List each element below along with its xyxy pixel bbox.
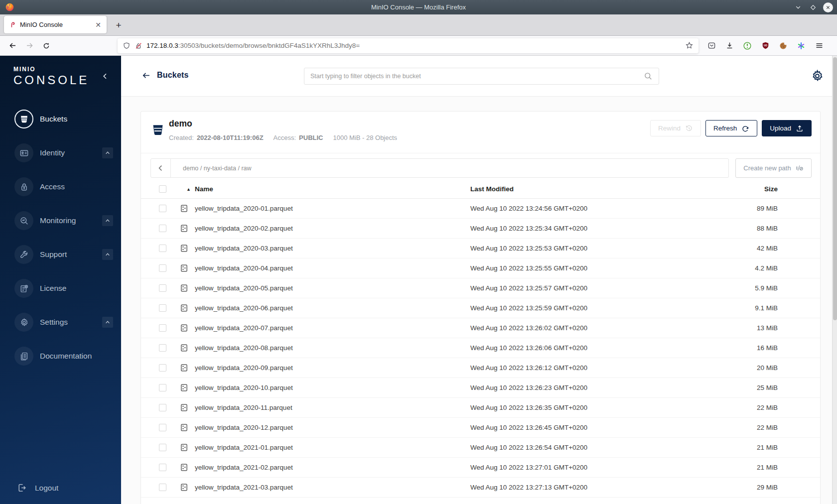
cookie-extension-icon[interactable] (776, 39, 790, 53)
url-bar[interactable]: 172.18.0.3:30503/buckets/demo/browse/bnk… (118, 38, 698, 53)
table-row[interactable]: yellow_tripdata_2020-10.parquetWed Aug 1… (141, 378, 820, 398)
object-name[interactable]: yellow_tripdata_2020-11.parquet (195, 404, 470, 411)
column-last-modified[interactable]: Last Modified (470, 185, 708, 193)
row-checkbox[interactable] (159, 384, 166, 391)
row-checkbox[interactable] (159, 205, 166, 212)
object-name[interactable]: yellow_tripdata_2020-02.parquet (195, 225, 470, 232)
row-checkbox[interactable] (159, 364, 166, 372)
logout-label: Logout (35, 484, 58, 493)
insecure-lock-icon[interactable] (135, 42, 142, 50)
column-name[interactable]: Name (195, 185, 470, 193)
row-checkbox[interactable] (159, 484, 166, 491)
refresh-button[interactable]: Refresh (705, 120, 757, 136)
back-icon[interactable] (4, 38, 21, 53)
select-all-checkbox[interactable] (159, 185, 166, 193)
menu-hamburger-icon[interactable] (812, 39, 826, 53)
extension-asterisk-icon[interactable] (794, 39, 808, 53)
close-icon[interactable] (823, 2, 833, 12)
table-row[interactable]: yellow_tripdata_2020-03.parquetWed Aug 1… (141, 239, 820, 258)
chevron-up-icon[interactable] (102, 249, 113, 260)
object-name[interactable]: yellow_tripdata_2020-09.parquet (195, 364, 470, 372)
upload-button[interactable]: Upload (762, 120, 812, 136)
table-row[interactable]: yellow_tripdata_2020-04.parquetWed Aug 1… (141, 258, 820, 278)
object-name[interactable]: yellow_tripdata_2021-03.parquet (195, 484, 470, 491)
table-row[interactable]: yellow_tripdata_2020-07.parquetWed Aug 1… (141, 318, 820, 338)
table-row[interactable]: yellow_tripdata_2020-05.parquetWed Aug 1… (141, 278, 820, 298)
row-checkbox[interactable] (159, 404, 166, 411)
table-row[interactable]: yellow_tripdata_2020-02.parquetWed Aug 1… (141, 219, 820, 239)
object-name[interactable]: yellow_tripdata_2020-06.parquet (195, 304, 470, 312)
maximize-icon[interactable] (808, 2, 818, 12)
back-to-buckets-link[interactable]: Buckets (141, 71, 189, 80)
rewind-button[interactable]: Rewind (650, 120, 701, 136)
browser-tab-minio-console[interactable]: MinIO Console ✕ (4, 16, 107, 33)
row-checkbox[interactable] (159, 444, 166, 451)
table-row[interactable]: yellow_tripdata_2020-12.parquetWed Aug 1… (141, 418, 820, 438)
table-row[interactable]: yellow_tripdata_2020-01.parquetWed Aug 1… (141, 199, 820, 219)
new-tab-button[interactable]: + (111, 17, 127, 33)
table-row[interactable]: yellow_tripdata_2020-11.parquetWed Aug 1… (141, 398, 820, 418)
row-checkbox[interactable] (159, 264, 166, 272)
table-row[interactable]: yellow_tripdata_2020-08.parquetWed Aug 1… (141, 338, 820, 358)
path-back-icon[interactable] (151, 159, 171, 177)
ublock-origin-icon[interactable]: UO (758, 39, 772, 53)
pocket-icon[interactable] (704, 39, 718, 53)
object-name[interactable]: yellow_tripdata_2020-12.parquet (195, 424, 470, 431)
row-checkbox[interactable] (159, 424, 166, 431)
object-name[interactable]: yellow_tripdata_2020-03.parquet (195, 245, 470, 252)
sidebar-item-identity[interactable]: Identity (0, 136, 121, 170)
sidebar-item-support[interactable]: Support (0, 238, 121, 271)
row-checkbox[interactable] (159, 344, 166, 352)
refresh-icon (741, 125, 749, 132)
object-name[interactable]: yellow_tripdata_2020-10.parquet (195, 384, 470, 391)
chevron-up-icon[interactable] (102, 215, 113, 226)
sort-asc-icon[interactable]: ▲ (186, 187, 191, 192)
sidebar-item-monitoring[interactable]: Monitoring (0, 204, 121, 238)
row-checkbox[interactable] (159, 225, 166, 232)
tab-close-icon[interactable]: ✕ (94, 21, 102, 29)
table-row[interactable]: yellow_tripdata_2021-02.parquetWed Aug 1… (141, 458, 820, 478)
url-text[interactable]: 172.18.0.3:30503/buckets/demo/browse/bnk… (146, 42, 681, 49)
create-new-path-button[interactable]: Create new path (735, 158, 812, 178)
license-icon (14, 279, 33, 298)
chevron-up-icon[interactable] (102, 317, 113, 328)
column-size[interactable]: Size (708, 185, 778, 193)
table-row[interactable]: yellow_tripdata_2020-09.parquetWed Aug 1… (141, 358, 820, 378)
object-name[interactable]: yellow_tripdata_2020-04.parquet (195, 264, 470, 272)
row-checkbox[interactable] (159, 284, 166, 292)
row-checkbox[interactable] (159, 464, 166, 471)
object-filter-input[interactable] (310, 73, 644, 80)
object-name[interactable]: yellow_tripdata_2020-05.parquet (195, 284, 470, 292)
table-row[interactable]: yellow_tripdata_2021-03.parquetWed Aug 1… (141, 478, 820, 498)
tracking-shield-icon[interactable] (123, 42, 131, 50)
forward-icon[interactable] (21, 38, 38, 53)
downloads-icon[interactable] (722, 39, 736, 53)
table-row[interactable]: yellow_tripdata_2020-06.parquetWed Aug 1… (141, 298, 820, 318)
object-size: 5.9 MiB (708, 284, 778, 292)
sidebar-item-documentation[interactable]: Documentation (0, 339, 121, 373)
extension-green-icon[interactable] (740, 39, 754, 53)
object-filter-box (304, 68, 659, 85)
row-checkbox[interactable] (159, 245, 166, 252)
bookmark-star-icon[interactable] (685, 41, 694, 50)
settings-gear-icon[interactable] (811, 69, 824, 83)
sidebar-item-settings[interactable]: Settings (0, 305, 121, 339)
row-checkbox[interactable] (159, 324, 166, 332)
scrollbar-thumb[interactable] (833, 57, 837, 320)
reload-icon[interactable] (38, 38, 55, 53)
row-checkbox[interactable] (159, 304, 166, 312)
sidebar-item-license[interactable]: License (0, 271, 121, 305)
table-row[interactable]: yellow_tripdata_2021-01.parquetWed Aug 1… (141, 438, 820, 458)
sidebar-item-logout[interactable]: Logout (0, 483, 121, 493)
breadcrumb-path[interactable]: demo / ny-taxi-data / raw (171, 159, 252, 177)
object-name[interactable]: yellow_tripdata_2021-01.parquet (195, 444, 470, 451)
sidebar-item-access[interactable]: Access (0, 170, 121, 204)
object-name[interactable]: yellow_tripdata_2020-01.parquet (195, 205, 470, 212)
sidebar-item-buckets[interactable]: Buckets (0, 102, 121, 136)
sidebar-collapse-icon[interactable] (101, 72, 109, 80)
object-name[interactable]: yellow_tripdata_2020-08.parquet (195, 344, 470, 352)
chevron-up-icon[interactable] (102, 147, 113, 158)
object-name[interactable]: yellow_tripdata_2021-02.parquet (195, 464, 470, 471)
minimize-icon[interactable] (793, 2, 803, 12)
object-name[interactable]: yellow_tripdata_2020-07.parquet (195, 324, 470, 332)
